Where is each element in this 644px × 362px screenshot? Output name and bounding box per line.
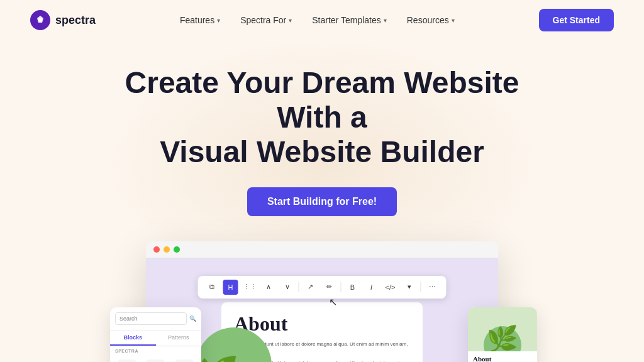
toolbar-more-btn[interactable]: ⋯: [425, 280, 440, 295]
toolbar-grid-btn[interactable]: ⋮⋮: [242, 280, 257, 295]
block-container[interactable]: ⊞ Container: [114, 357, 140, 362]
mobile-content-area: About Tempor incididunt ut labore et dol…: [468, 351, 537, 362]
nav-resources[interactable]: Resources ▾: [407, 15, 455, 25]
nav-links: Features ▾ Spectra For ▾ Starter Templat…: [180, 15, 455, 25]
chevron-down-icon: ▾: [452, 17, 455, 24]
toolbar-separator: [299, 282, 299, 292]
search-icon: 🔍: [189, 315, 196, 322]
toolbar-copy-btn[interactable]: ⧉: [204, 280, 219, 295]
mockup-area: ⧉ H ⋮⋮ ∧ ∨ ↗ ✏ B I </> ▾ ⋯ ↖ 🌿: [0, 241, 644, 362]
logo[interactable]: spectra: [30, 10, 96, 30]
get-started-button[interactable]: Get Started: [539, 9, 614, 31]
hero-section: Create Your Dream Website With a Visual …: [0, 40, 644, 241]
logo-icon: [30, 10, 50, 30]
sidebar-tabs: Blocks Patterns: [110, 331, 201, 346]
mobile-plant-area: 🌿: [468, 307, 537, 351]
blocks-sidebar-panel: 🔍 Blocks Patterns SPECTRA ⊞ Container H …: [110, 307, 201, 362]
blocks-grid: ⊞ Container H Heading ☰ Info Box ▶ Call …: [110, 354, 201, 362]
toolbar-separator3: [421, 282, 421, 292]
toolbar-bold-btn[interactable]: B: [345, 280, 360, 295]
infobox-icon: ☰: [175, 359, 193, 362]
hero-title: Create Your Dream Website With a Visual …: [102, 65, 542, 170]
chevron-down-icon: ▾: [217, 17, 220, 24]
navigation: spectra Features ▾ Spectra For ▾ Starter…: [0, 0, 644, 40]
container-icon: ⊞: [118, 359, 136, 362]
toolbar-down-btn[interactable]: ∨: [280, 280, 295, 295]
chevron-down-icon: ▾: [289, 17, 292, 24]
search-input[interactable]: [115, 312, 187, 325]
start-building-button[interactable]: Start Building for Free!: [247, 187, 397, 216]
nav-starter-templates[interactable]: Starter Templates ▾: [312, 15, 386, 25]
nav-features[interactable]: Features ▾: [180, 15, 220, 25]
toolbar-arrow-btn[interactable]: ↗: [303, 280, 318, 295]
logo-text: spectra: [55, 14, 96, 27]
toolbar-up-btn[interactable]: ∧: [261, 280, 276, 295]
window-close-dot: [153, 246, 160, 253]
toolbar-edit-btn[interactable]: ✏: [322, 280, 337, 295]
block-heading[interactable]: H Heading: [143, 357, 169, 362]
browser-bar: [146, 241, 498, 258]
heading-icon: H: [147, 359, 164, 362]
section-label: SPECTRA: [110, 346, 201, 354]
search-area: 🔍: [110, 307, 201, 331]
nav-spectra-for[interactable]: Spectra For ▾: [240, 15, 292, 25]
mobile-plant-icon: 🌿: [487, 326, 518, 351]
editor-toolbar: ⧉ H ⋮⋮ ∧ ∨ ↗ ✏ B I </> ▾ ⋯: [198, 276, 447, 299]
toolbar-code-btn[interactable]: </>: [383, 280, 398, 295]
toolbar-separator2: [341, 282, 341, 292]
tab-blocks[interactable]: Blocks: [110, 331, 156, 346]
tab-patterns[interactable]: Patterns: [156, 331, 202, 346]
window-minimize-dot: [164, 246, 170, 253]
toolbar-dropdown-btn[interactable]: ▾: [402, 280, 417, 295]
cursor-indicator: ↖: [329, 296, 337, 308]
mobile-about-title: About: [473, 355, 532, 362]
chevron-down-icon: ▾: [384, 17, 387, 24]
block-infobox[interactable]: ☰ Info Box: [171, 357, 197, 362]
about-title: About: [234, 312, 410, 336]
toolbar-heading-btn[interactable]: H: [223, 280, 238, 295]
mobile-preview-panel: 🌿 About Tempor incididunt ut labore et d…: [468, 307, 537, 362]
toolbar-italic-btn[interactable]: I: [364, 280, 379, 295]
window-expand-dot: [174, 246, 180, 253]
svg-point-0: [38, 18, 42, 22]
